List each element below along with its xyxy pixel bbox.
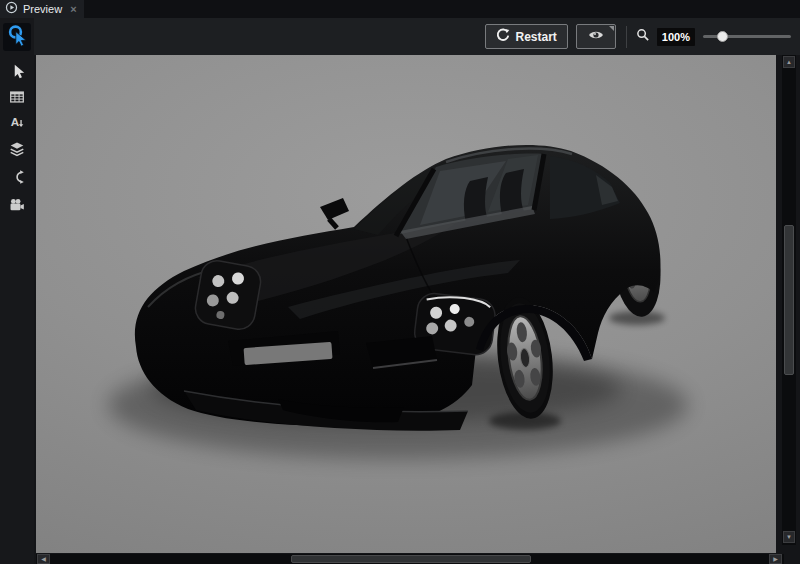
tool-layers-button[interactable] [0,138,34,164]
video-camera-icon [8,196,26,218]
viewport-toolbar: Restart 100% [34,18,800,55]
tool-interact-button[interactable] [3,23,31,51]
arrow-up-icon: ▲ [786,59,792,65]
arrow-left-icon: ◀ [41,556,46,562]
split-arrows-icon [8,168,26,190]
tab-preview[interactable]: Preview × [0,0,84,18]
layers-icon [8,140,26,162]
tab-close-icon[interactable]: × [70,4,76,14]
preview-viewport[interactable] [36,55,776,553]
tool-font-button[interactable]: A [0,110,34,136]
magnifier-icon [636,28,650,46]
toolbar-separator [626,26,627,48]
font-arrow-icon: A [8,112,26,134]
restart-button-label: Restart [516,30,557,44]
tab-label: Preview [23,3,62,15]
car-render [36,55,776,553]
tool-transitions-button[interactable] [0,166,34,192]
tool-table-button[interactable] [0,86,34,112]
scroll-right-button[interactable]: ▶ [769,554,782,564]
svg-text:A: A [11,115,20,128]
dropdown-corner-icon [609,26,614,31]
zoom-slider-handle[interactable] [717,31,728,42]
cursor-icon [8,62,26,84]
vertical-scrollbar[interactable]: ▲ ▼ [782,55,796,545]
tab-bar: Preview × [0,0,800,18]
refresh-icon [496,28,510,45]
restart-button[interactable]: Restart [485,24,568,49]
play-circle-icon [5,0,18,18]
tool-select-button[interactable] [0,60,34,86]
visibility-button[interactable] [576,24,616,49]
eye-icon [588,29,604,44]
pointer-ring-icon [6,24,29,51]
left-toolbar: A [0,18,34,564]
arrow-right-icon: ▶ [773,556,778,562]
scroll-left-button[interactable]: ◀ [37,554,50,564]
tool-camera-button[interactable] [0,194,34,220]
scroll-down-button[interactable]: ▼ [783,531,795,543]
horizontal-scrollbar-thumb[interactable] [291,555,531,563]
horizontal-scrollbar[interactable]: ◀ ▶ [36,554,784,564]
zoom-slider[interactable] [701,24,793,49]
zoom-value-field[interactable]: 100% [657,28,695,46]
vertical-scrollbar-thumb[interactable] [784,225,794,375]
scroll-up-button[interactable]: ▲ [783,56,795,68]
table-icon [8,88,26,110]
preview-window: Preview × [0,0,800,564]
arrow-down-icon: ▼ [786,534,792,540]
